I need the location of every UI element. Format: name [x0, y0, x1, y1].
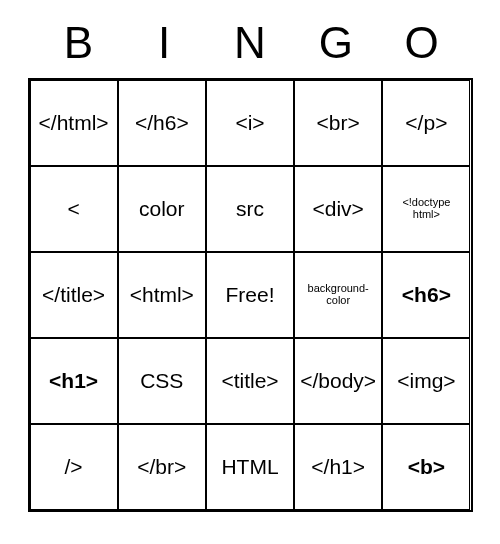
bingo-grid: </html> </h6> <i> <br> </p> < color src …	[28, 78, 473, 512]
bingo-cell[interactable]: </p>	[382, 80, 470, 166]
bingo-cell[interactable]: />	[30, 424, 118, 510]
bingo-cell[interactable]: </body>	[294, 338, 382, 424]
bingo-cell[interactable]: <img>	[382, 338, 470, 424]
bingo-cell[interactable]: HTML	[206, 424, 294, 510]
bingo-cell[interactable]: </html>	[30, 80, 118, 166]
bingo-cell-free[interactable]: Free!	[206, 252, 294, 338]
bingo-cell[interactable]: <i>	[206, 80, 294, 166]
bingo-cell[interactable]: </h1>	[294, 424, 382, 510]
bingo-header: B I N G O	[28, 18, 473, 68]
bingo-cell[interactable]: <title>	[206, 338, 294, 424]
bingo-cell[interactable]: </title>	[30, 252, 118, 338]
header-letter-g: G	[293, 18, 379, 68]
header-letter-b: B	[36, 18, 122, 68]
bingo-cell[interactable]: </br>	[118, 424, 206, 510]
bingo-cell[interactable]: background-color	[294, 252, 382, 338]
bingo-cell[interactable]: src	[206, 166, 294, 252]
header-letter-o: O	[379, 18, 465, 68]
header-letter-i: I	[121, 18, 207, 68]
bingo-cell[interactable]: color	[118, 166, 206, 252]
bingo-cell[interactable]: <h6>	[382, 252, 470, 338]
bingo-cell[interactable]: <h1>	[30, 338, 118, 424]
header-letter-n: N	[207, 18, 293, 68]
bingo-cell[interactable]: </h6>	[118, 80, 206, 166]
bingo-card: B I N G O </html> </h6> <i> <br> </p> < …	[28, 18, 473, 512]
bingo-cell[interactable]: <br>	[294, 80, 382, 166]
bingo-cell[interactable]: CSS	[118, 338, 206, 424]
bingo-cell[interactable]: <	[30, 166, 118, 252]
bingo-cell[interactable]: <b>	[382, 424, 470, 510]
bingo-cell[interactable]: <div>	[294, 166, 382, 252]
bingo-cell[interactable]: <!doctype html>	[382, 166, 470, 252]
bingo-cell[interactable]: <html>	[118, 252, 206, 338]
